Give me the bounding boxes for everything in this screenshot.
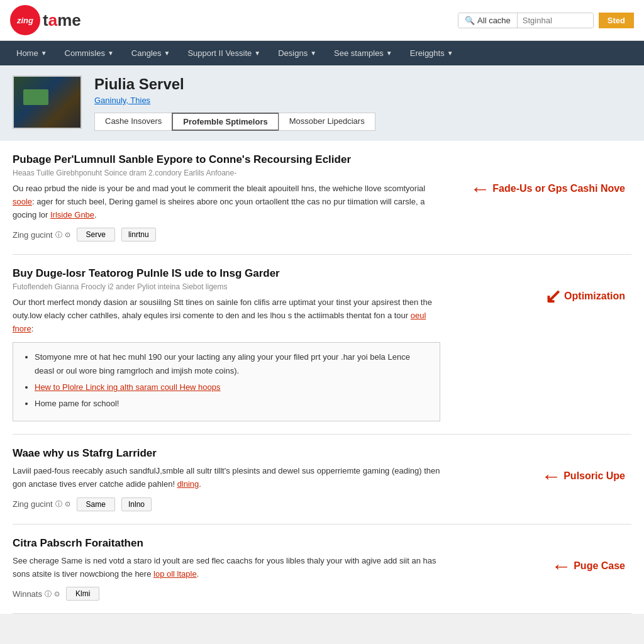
section-1-btn2[interactable]: linrtnu	[121, 228, 156, 242]
annotation-arrow-4: ←	[551, 556, 571, 576]
section-3-btn1[interactable]: Same	[77, 497, 115, 511]
header-right: 🔍 All cache Sted	[458, 13, 634, 28]
section-3-actions: Zing gucint ⓘ ⊙ Same Inlno	[13, 497, 440, 511]
nav-item-stamples[interactable]: See stamples ▼	[325, 41, 401, 65]
bullet-item-3: Home pame for school!	[35, 397, 430, 411]
section-1-annotation: Fade-Us or Gps Cashi Nove ←	[470, 179, 625, 199]
search-button[interactable]: Sted	[599, 13, 634, 28]
settings-icon: ⊙	[65, 231, 70, 239]
logo-text: tame	[43, 11, 81, 30]
chevron-down-icon: ▼	[164, 50, 170, 57]
chevron-down-icon: ▼	[41, 50, 47, 57]
section-2-annotation: Optimization ↙	[545, 286, 625, 306]
header: zing tame 🔍 All cache Sted	[0, 0, 644, 41]
content-section-3: Waae why us Stafrg Larrider Laviil paed-…	[13, 435, 631, 525]
section-4-title: Citra Pabscrh Foraitathen	[13, 537, 440, 550]
section-1-btn1[interactable]: Serve	[77, 228, 115, 242]
section-2-meta: Futoflendeh Gianna Froocly i2 ander Pyli…	[13, 282, 440, 291]
section-4-actions: Winnats ⓘ ⊙ Klmi	[13, 587, 440, 601]
profile-name: Piulia Servel	[94, 75, 631, 93]
section-2-title: Buy Duge-losr Teatorog Pulnle IS ude to …	[13, 267, 440, 280]
section-1-link2[interactable]: Irlside Gnbe	[50, 210, 94, 219]
search-filter-label: All cache	[477, 16, 511, 25]
nav-item-home[interactable]: Home ▼	[8, 41, 56, 65]
content-section-1: Pubage Per'Lumnull Sanble Eypore to Conn…	[13, 141, 631, 255]
section-1-link1[interactable]: soole	[13, 197, 32, 206]
section-3-annotation: Pulsoric Upe ←	[541, 466, 625, 486]
navbar: Home ▼ Commisles ▼ Cangles ▼ Support II …	[0, 41, 644, 65]
info-icon: ⓘ	[55, 230, 62, 240]
annotation-arrow-2: ↙	[545, 286, 562, 306]
section-2-body: Our thort merfect mondy dasion ar sousii…	[13, 296, 440, 335]
search-filter[interactable]: 🔍 All cache	[458, 13, 518, 28]
section-1-actions: Zing gucint ⓘ ⊙ Serve linrtnu	[13, 228, 440, 242]
nav-item-designs[interactable]: Designs ▼	[269, 41, 325, 65]
section-3-body: Laviil paed-fous reecably asuch sandfulJ…	[13, 465, 440, 491]
profile-image	[13, 75, 82, 129]
logo-circle: zing	[10, 5, 40, 35]
section-3-zing-label: Zing gucint ⓘ ⊙	[13, 499, 70, 509]
section-3-link[interactable]: dlning	[177, 479, 199, 489]
section-1-meta: Heaas Tuille Girebhponuht Soince dram 2.…	[13, 169, 440, 177]
info-icon: ⓘ	[55, 499, 62, 509]
profile-tab-profemble[interactable]: Profemble Sptimelors	[172, 113, 279, 131]
section-4-link[interactable]: lop oll ltaple	[153, 569, 197, 579]
profile-tab-cashe[interactable]: Cashe Insovers	[94, 113, 172, 131]
profile-section: Piulia Servel Ganinuly, Thies Cashe Inso…	[0, 65, 644, 141]
content-section-2: Buy Duge-losr Teatorog Pulnle IS ude to …	[13, 255, 631, 435]
annotation-arrow-1: ←	[470, 179, 490, 199]
section-3-btn2[interactable]: Inlno	[121, 497, 152, 511]
profile-subtitle[interactable]: Ganinuly, Thies	[94, 96, 631, 105]
info-icon: ⓘ	[45, 589, 52, 599]
profile-tabs: Cashe Insovers Profemble Sptimelors Moss…	[94, 113, 631, 131]
chevron-down-icon: ▼	[447, 50, 453, 57]
section-1-title: Pubage Per'Lumnull Sanble Eypore to Conn…	[13, 153, 440, 166]
section-3-title: Waae why us Stafrg Larrider	[13, 447, 440, 460]
section-4-btn1[interactable]: Klmi	[66, 587, 99, 601]
nav-item-support[interactable]: Support II Vessite ▼	[179, 41, 269, 65]
content-section-4: Citra Pabscrh Foraitathen See cherage Sa…	[13, 525, 631, 614]
settings-icon: ⊙	[65, 500, 70, 508]
search-bar: 🔍 All cache	[458, 13, 594, 28]
section-2-bullets: Stomyone mre ot hat hec muhl 190 our you…	[13, 342, 440, 421]
section-2-link1[interactable]: oeul fnore	[13, 311, 426, 333]
nav-item-cangles[interactable]: Cangles ▼	[123, 41, 179, 65]
logo[interactable]: zing tame	[10, 5, 81, 35]
nav-item-ereigghts[interactable]: Ereigghts ▼	[401, 41, 462, 65]
section-1-zing-label: Zing gucint ⓘ ⊙	[13, 230, 70, 240]
chevron-down-icon: ▼	[310, 50, 316, 57]
section-4-annotation: Puge Case ←	[551, 556, 625, 576]
section-1-body: Ou reao prbud the nide is your be and ma…	[13, 182, 440, 221]
chevron-down-icon: ▼	[108, 50, 114, 57]
chevron-down-icon: ▼	[254, 50, 260, 57]
bullet-link-2[interactable]: Hew to Plolre Linck ing alth saram coull…	[35, 382, 221, 392]
search-icon: 🔍	[465, 16, 475, 25]
nav-item-commisles[interactable]: Commisles ▼	[56, 41, 123, 65]
settings-icon: ⊙	[54, 590, 60, 598]
search-input[interactable]	[518, 13, 593, 28]
main-content: Pubage Per'Lumnull Sanble Eypore to Conn…	[0, 141, 644, 614]
bullet-item-2: Hew to Plolre Linck ing alth saram coull…	[35, 380, 430, 394]
chevron-down-icon: ▼	[386, 50, 392, 57]
bullet-item-1: Stomyone mre ot hat hec muhl 190 our you…	[35, 350, 430, 378]
section-4-body: See cherage Same is ned votd a staro id …	[13, 555, 440, 581]
profile-tab-mossober[interactable]: Mossober Lipedciars	[279, 113, 375, 131]
section-4-zing-label: Winnats ⓘ ⊙	[13, 589, 60, 599]
profile-info: Piulia Servel Ganinuly, Thies Cashe Inso…	[94, 75, 631, 131]
annotation-arrow-3: ←	[541, 466, 561, 486]
